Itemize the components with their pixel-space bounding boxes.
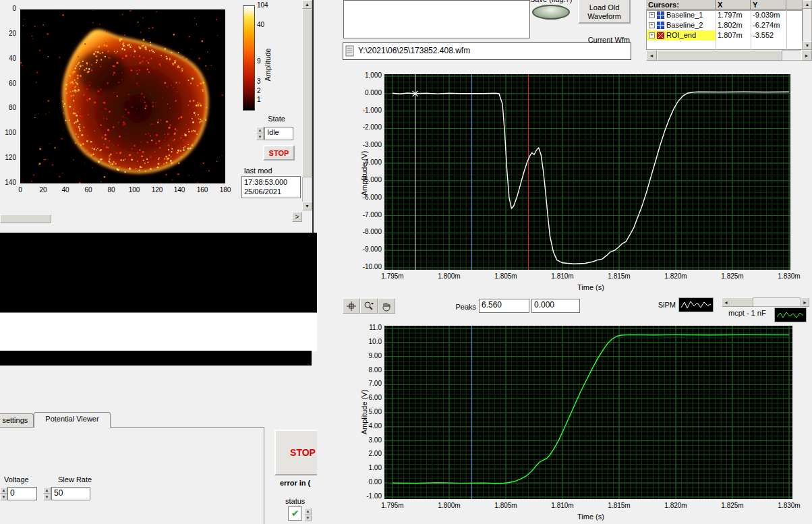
legend-scroll-thumb[interactable] bbox=[730, 297, 753, 307]
tab-potential-viewer[interactable]: Potential Viewer bbox=[34, 412, 111, 428]
ig-ytick: 120 bbox=[0, 154, 16, 161]
cursor-x-value: 1.802m bbox=[718, 21, 750, 29]
ig-xtick: 0 bbox=[10, 186, 30, 194]
cursors-col-y[interactable]: Y bbox=[751, 0, 786, 10]
tab-r-settings[interactable]: r settings bbox=[0, 413, 34, 427]
g1-xtick: 1.800m bbox=[432, 272, 467, 280]
scrollbar-thumb[interactable] bbox=[657, 50, 782, 61]
ig-xtick: 60 bbox=[78, 186, 98, 194]
up-arrow-icon[interactable]: ▲ bbox=[0, 487, 7, 494]
status-spinner[interactable]: ▲ ▼ bbox=[304, 508, 312, 521]
error-in-label: error in ( bbox=[280, 479, 310, 487]
cursor-row-selected[interactable]: + ROI_end 1.807m -3.552 bbox=[647, 30, 803, 40]
g2-ytick: 6.00 bbox=[349, 394, 382, 401]
g2-ytick: 10.0 bbox=[349, 338, 382, 345]
ig-ytick: 80 bbox=[0, 104, 16, 111]
g2-ytick: 5.00 bbox=[349, 408, 382, 415]
colorbar bbox=[243, 5, 255, 111]
cursor-x-value: 1.797m bbox=[718, 11, 750, 19]
down-arrow-icon[interactable]: ▼ bbox=[256, 134, 264, 140]
colorbar-tick: 40 bbox=[257, 21, 264, 28]
crosshair-tool-button[interactable] bbox=[343, 298, 360, 314]
g1-ytick: -7.000 bbox=[349, 211, 382, 219]
voltage-spinner[interactable]: ▲ ▼ bbox=[0, 487, 7, 500]
cursor-row[interactable]: + Baseline_1 1.797m -9.039m bbox=[647, 10, 803, 20]
error-cluster-area: STOP error in ( status ✔ ▲ ▼ bbox=[265, 427, 317, 524]
wfm-path-control[interactable]: Y:\2021\06\25\173852.408.wfm bbox=[343, 42, 631, 60]
pane-expand-button[interactable]: > bbox=[292, 212, 302, 222]
scroll-up-button[interactable]: ▲ bbox=[302, 0, 312, 9]
cursor-name: Baseline_2 bbox=[666, 21, 714, 29]
g1-xtick: 1.815m bbox=[602, 272, 637, 280]
save-flag-label: Save (flag.?) bbox=[530, 0, 572, 3]
pan-tool-button[interactable] bbox=[378, 298, 395, 314]
scrollbar-thumb[interactable] bbox=[302, 9, 312, 177]
down-arrow-icon[interactable]: ▼ bbox=[0, 494, 7, 500]
colorbar-tick: 3 bbox=[257, 78, 261, 85]
colorbar-axis-label: Amplitude bbox=[264, 34, 272, 95]
cursor-style-icon[interactable] bbox=[657, 11, 664, 19]
legend-scroll-left-button[interactable]: ◄ bbox=[722, 297, 730, 307]
save-oval-button[interactable] bbox=[532, 5, 570, 20]
g1-ytick: -1.000 bbox=[349, 107, 382, 114]
state-ring-control[interactable]: Idle bbox=[264, 127, 293, 140]
graph2-xlabel: Time (s) bbox=[557, 513, 625, 521]
mcp-legend-label[interactable]: mcpt - 1 nF bbox=[728, 309, 766, 317]
last-mod-label: last mod bbox=[244, 167, 272, 175]
cursors-col-x[interactable]: X bbox=[716, 0, 751, 10]
magnifier-icon bbox=[364, 301, 374, 312]
lower-left-plot-area bbox=[0, 233, 317, 312]
down-arrow-icon[interactable]: ▼ bbox=[43, 494, 51, 500]
cursor-row[interactable]: + Baseline_2 1.802m -6.274m bbox=[647, 20, 803, 30]
up-arrow-icon[interactable]: ▲ bbox=[304, 508, 312, 515]
crosshair-icon bbox=[346, 301, 357, 312]
g1-xtick: 1.825m bbox=[715, 272, 750, 280]
cursor-style-icon[interactable] bbox=[657, 32, 664, 39]
cursors-panel: Cursors: X Y + Baseline_1 1.797m -9.039m… bbox=[646, 0, 812, 62]
left-horizontal-scrollbar[interactable] bbox=[0, 214, 51, 223]
g1-xtick: 1.810m bbox=[545, 272, 580, 280]
slew-rate-spinner[interactable]: ▲ ▼ bbox=[43, 487, 51, 500]
expander-icon[interactable]: + bbox=[649, 22, 655, 28]
load-old-waveform-button[interactable]: Load Old Waveform bbox=[578, 0, 631, 24]
scroll-right-button[interactable]: ► bbox=[801, 50, 812, 61]
down-arrow-icon: ▼ bbox=[805, 43, 810, 48]
scroll-left-button[interactable]: ◄ bbox=[646, 50, 657, 61]
ig-xtick: 100 bbox=[124, 186, 144, 194]
up-arrow-icon[interactable]: ▲ bbox=[256, 127, 264, 134]
legend-scroll-right-button[interactable]: ► bbox=[801, 297, 809, 307]
g2-ytick: 3.00 bbox=[349, 436, 382, 444]
expander-icon[interactable]: + bbox=[649, 12, 655, 18]
g2-ytick: 1.00 bbox=[349, 464, 382, 471]
ig-ytick: 140 bbox=[0, 179, 16, 186]
sipm-legend-plot-icon[interactable] bbox=[678, 297, 714, 312]
cursor-style-icon[interactable] bbox=[657, 22, 664, 29]
scroll-down-button[interactable]: ▼ bbox=[803, 41, 812, 50]
state-spinner[interactable]: ▲ ▼ bbox=[256, 127, 264, 140]
blob-dark-core bbox=[77, 51, 125, 92]
peak-value-1: 6.560 bbox=[479, 299, 529, 313]
wfm-path-icon[interactable] bbox=[345, 45, 355, 57]
g2-xtick: 1.810m bbox=[545, 502, 580, 509]
lower-left-black-strip bbox=[0, 351, 312, 366]
slew-rate-label: Slew Rate bbox=[58, 475, 92, 484]
scroll-up-button[interactable]: ▲ bbox=[803, 0, 812, 9]
cursor-name: Baseline_1 bbox=[666, 11, 714, 19]
sipm-legend-label[interactable]: SiPM bbox=[646, 301, 676, 309]
expander-icon[interactable]: + bbox=[649, 32, 655, 38]
voltage-input[interactable]: 0 bbox=[7, 487, 37, 500]
ig-xtick: 140 bbox=[169, 186, 190, 194]
ig-xtick: 20 bbox=[33, 186, 53, 194]
zoom-tool-button[interactable] bbox=[360, 298, 378, 314]
scroll-down-button[interactable]: ▼ bbox=[302, 202, 312, 210]
intensity-graph-plot bbox=[20, 9, 225, 183]
down-arrow-icon[interactable]: ▼ bbox=[304, 515, 312, 521]
slew-rate-input[interactable]: 50 bbox=[51, 487, 90, 500]
up-arrow-icon: ▲ bbox=[305, 2, 310, 7]
up-arrow-icon[interactable]: ▲ bbox=[43, 487, 51, 494]
main-stop-button[interactable]: STOP bbox=[274, 430, 317, 475]
ig-ytick: 20 bbox=[0, 30, 16, 37]
g1-ytick: -5.000 bbox=[349, 176, 382, 183]
mcp-legend-plot-icon[interactable] bbox=[774, 308, 807, 322]
stop-button[interactable]: STOP bbox=[263, 145, 295, 161]
